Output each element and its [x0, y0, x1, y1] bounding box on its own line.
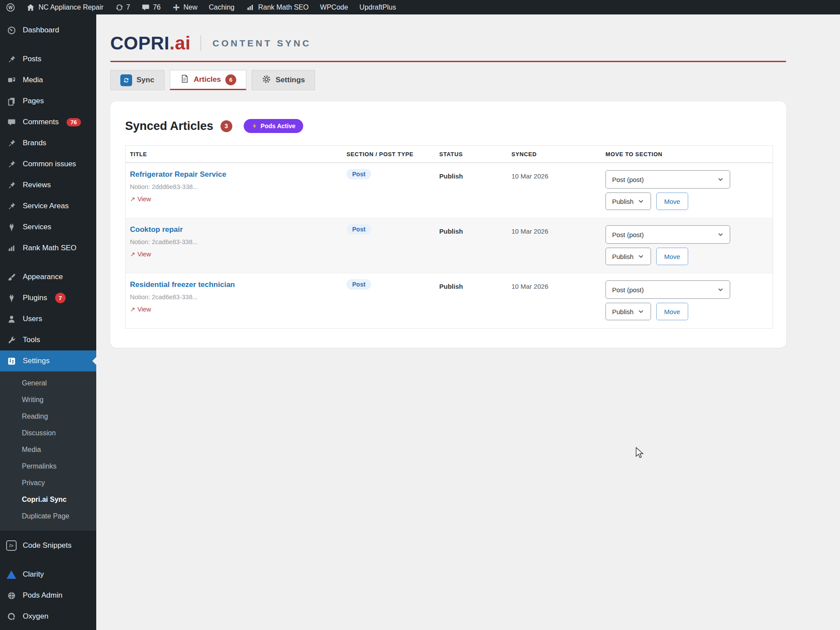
- articles-count-badge: 6: [225, 74, 236, 85]
- sidebar-item-common-issues[interactable]: Common issues: [0, 154, 96, 175]
- table-header-row: TITLE SECTION / POST TYPE STATUS SYNCED …: [126, 146, 773, 163]
- section-select[interactable]: Post (post): [606, 170, 730, 189]
- chevron-down-icon: [638, 308, 644, 315]
- title-cell: Refrigerator Repair Service Notion: 2ddd…: [130, 170, 346, 210]
- wpcode-label: WPCode: [320, 4, 348, 11]
- sidebar-item-pods-admin[interactable]: Pods Admin: [0, 585, 96, 606]
- comment-icon: [141, 3, 150, 12]
- view-link[interactable]: ↗ View: [130, 306, 151, 313]
- sync-icon: [120, 74, 132, 86]
- submenu-item-media[interactable]: Media: [0, 441, 96, 458]
- post-type-badge: Post: [346, 169, 371, 179]
- plugin-tabs: Sync Articles 6 Settings: [110, 70, 786, 90]
- sidebar-item-oxygen[interactable]: Oxygen: [0, 606, 96, 627]
- pushpin-icon: [6, 54, 17, 64]
- tab-sync[interactable]: Sync: [110, 70, 164, 90]
- comments-link[interactable]: 76: [141, 3, 161, 12]
- new-content-menu[interactable]: New: [172, 3, 197, 12]
- brush-icon: [6, 272, 17, 282]
- copri-logo: COPRI.ai: [110, 33, 191, 54]
- move-button[interactable]: Move: [656, 192, 688, 210]
- sidebar-item-service-areas[interactable]: Service Areas: [0, 196, 96, 217]
- sidebar-item-tools[interactable]: Tools: [0, 329, 96, 350]
- sidebar-item-pages[interactable]: Pages: [0, 91, 96, 112]
- synced-count-badge: 3: [220, 120, 232, 132]
- sidebar-item-plugins[interactable]: Plugins 7: [0, 287, 96, 308]
- view-link[interactable]: ↗ View: [130, 251, 151, 258]
- submenu-item-privacy[interactable]: Privacy: [0, 475, 96, 491]
- plug-icon: [6, 293, 17, 303]
- wpcode-menu[interactable]: WPCode: [320, 4, 348, 11]
- section-select[interactable]: Post (post): [606, 225, 730, 244]
- synced-articles-card: Synced Articles 3 Pods Active TITLE SECT…: [110, 102, 786, 348]
- move-to-section-cell: Post (post) Publish Move: [606, 225, 768, 265]
- external-arrow-icon: ↗: [130, 196, 135, 203]
- articles-table: TITLE SECTION / POST TYPE STATUS SYNCED …: [125, 145, 773, 329]
- status-select[interactable]: Publish: [606, 192, 651, 210]
- tab-sync-label: Sync: [136, 76, 154, 84]
- site-name-link[interactable]: NC Appliance Repair: [26, 3, 104, 12]
- pushpin-icon: [6, 201, 17, 211]
- wordpress-logo-menu[interactable]: W: [6, 3, 15, 12]
- tab-settings-label: Settings: [276, 76, 305, 84]
- col-synced: SYNCED: [511, 146, 606, 162]
- status-select[interactable]: Publish: [606, 248, 651, 265]
- pods-active-badge: Pods Active: [244, 119, 304, 133]
- table-row: Cooktop repair Notion: 2cad6e83-338... ↗…: [126, 218, 773, 273]
- updraftplus-menu[interactable]: UpdraftPlus: [360, 4, 396, 11]
- post-type-cell: Post: [346, 170, 439, 210]
- plugin-header: COPRI.ai CONTENT SYNC: [110, 33, 786, 54]
- new-label: New: [183, 4, 197, 11]
- home-icon: [26, 3, 35, 12]
- pushpin-icon: [6, 159, 17, 169]
- sidebar-item-appearance[interactable]: Appearance: [0, 266, 96, 287]
- sidebar-item-services[interactable]: Services: [0, 217, 96, 238]
- move-button[interactable]: Move: [656, 248, 688, 265]
- submenu-item-writing[interactable]: Writing: [0, 392, 96, 408]
- updates-link[interactable]: 7: [115, 3, 130, 12]
- rank-math-menu[interactable]: Rank Math SEO: [246, 3, 309, 12]
- clarity-triangle-icon: [6, 569, 17, 580]
- status-select[interactable]: Publish: [606, 303, 651, 320]
- sidebar-item-brands[interactable]: Brands: [0, 133, 96, 154]
- submenu-item-copri-ai-sync[interactable]: Copri.ai Sync: [0, 491, 96, 508]
- sidebar-item-rank-math[interactable]: Rank Math SEO: [0, 238, 96, 259]
- view-link[interactable]: ↗ View: [130, 196, 151, 203]
- move-button[interactable]: Move: [656, 303, 688, 320]
- submenu-item-general[interactable]: General: [0, 375, 96, 392]
- col-title: TITLE: [130, 146, 346, 162]
- settings-sliders-icon: [6, 356, 17, 366]
- pushpin-icon: [6, 180, 17, 190]
- sidebar-item-code-snippets[interactable]: /> Code Snippets: [0, 535, 96, 556]
- submenu-item-duplicate-page[interactable]: Duplicate Page: [0, 508, 96, 525]
- article-title-link[interactable]: Refrigerator Repair Service: [130, 170, 346, 179]
- admin-sidebar: Dashboard Posts Media Pages Comments 76 …: [0, 14, 96, 630]
- notion-id: Notion: 2cad6e83-338...: [130, 238, 346, 245]
- post-type-badge: Post: [346, 279, 371, 290]
- gear-icon: [262, 74, 271, 86]
- wrench-icon: [6, 335, 17, 345]
- tab-settings[interactable]: Settings: [252, 70, 315, 90]
- tab-articles-label: Articles: [194, 75, 221, 84]
- article-title-link[interactable]: Residential freezer technician: [130, 280, 346, 289]
- sidebar-item-dashboard[interactable]: Dashboard: [0, 20, 96, 41]
- move-to-section-cell: Post (post) Publish Move: [606, 280, 768, 320]
- sidebar-item-clarity[interactable]: Clarity: [0, 564, 96, 585]
- section-select[interactable]: Post (post): [606, 280, 730, 299]
- sidebar-item-comments[interactable]: Comments 76: [0, 112, 96, 133]
- sidebar-item-users[interactable]: Users: [0, 308, 96, 329]
- comments-count-badge: 76: [66, 118, 80, 126]
- caching-menu[interactable]: Caching: [209, 4, 234, 11]
- tab-articles[interactable]: Articles 6: [170, 70, 246, 90]
- submenu-item-permalinks[interactable]: Permalinks: [0, 458, 96, 475]
- sidebar-item-settings[interactable]: Settings: [0, 350, 96, 371]
- sidebar-item-media[interactable]: Media: [0, 70, 96, 91]
- submenu-item-reading[interactable]: Reading: [0, 408, 96, 425]
- content-sync-subtitle: CONTENT SYNC: [213, 38, 312, 49]
- article-title-link[interactable]: Cooktop repair: [130, 225, 346, 234]
- submenu-item-discussion[interactable]: Discussion: [0, 425, 96, 441]
- post-type-cell: Post: [346, 280, 439, 320]
- table-row: Refrigerator Repair Service Notion: 2ddd…: [126, 163, 773, 218]
- sidebar-item-posts[interactable]: Posts: [0, 49, 96, 70]
- sidebar-item-reviews[interactable]: Reviews: [0, 175, 96, 196]
